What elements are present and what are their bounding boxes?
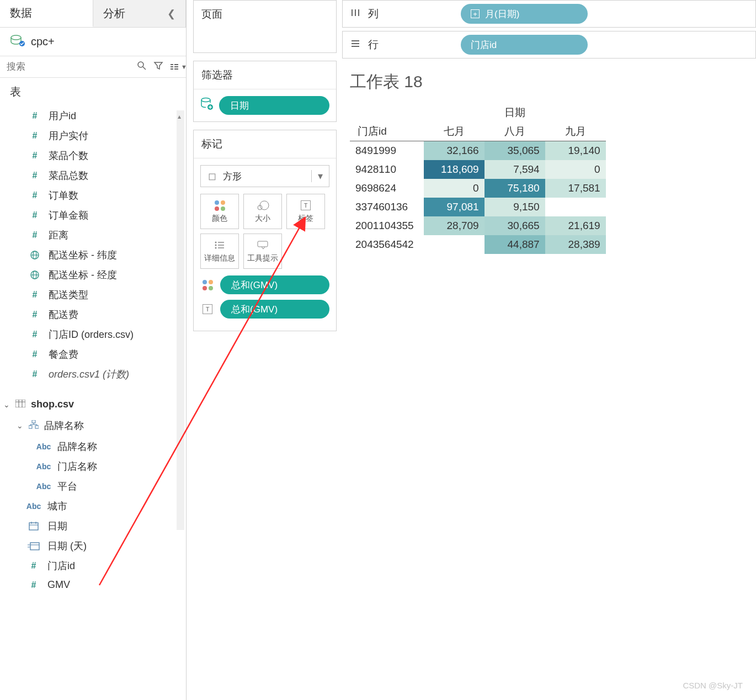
mark-pill-text[interactable]: T 总和(GMV) (200, 300, 329, 319)
datasource-filter-icon (200, 97, 214, 114)
cell (424, 235, 485, 254)
scrollbar[interactable]: ▴ (177, 110, 184, 530)
field-label: 平台 (57, 480, 77, 493)
col-header: 七月 (424, 122, 485, 141)
field-item[interactable]: Abc门店名称 (0, 457, 186, 476)
svg-point-2 (138, 62, 143, 67)
field-item[interactable]: #orders.csv1 (计数) (0, 364, 186, 384)
number-icon: # (28, 131, 42, 141)
field-item[interactable]: #配送类型 (0, 285, 186, 305)
field-label: GMV (47, 579, 70, 591)
field-item[interactable]: #GMV (0, 576, 186, 594)
svg-rect-21 (29, 426, 32, 428)
pages-shelf[interactable]: 页面 (193, 0, 337, 53)
detail-icon (214, 239, 225, 251)
watermark: CSDN @Sky-JT (683, 681, 743, 690)
mark-size-label: 大小 (255, 214, 270, 224)
field-item[interactable]: #用户实付 (0, 126, 186, 146)
filters-shelf[interactable]: 筛选器 日期 (193, 61, 337, 122)
filter-icon[interactable] (153, 61, 163, 73)
cell: 17,581 (545, 179, 606, 198)
expand-icon[interactable]: + (471, 9, 480, 18)
field-label: 餐盒费 (49, 348, 78, 361)
field-item[interactable]: 配送坐标 - 经度 (0, 265, 186, 285)
field-item[interactable]: #配送费 (0, 305, 186, 325)
number-icon: # (28, 290, 42, 300)
filter-pill-date[interactable]: 日期 (219, 96, 329, 115)
collapse-icon[interactable]: ❮ (167, 8, 175, 20)
search-icon[interactable] (137, 61, 147, 73)
mark-type-select[interactable]: ◻ 方形 ▾ (200, 165, 329, 187)
worksheet-view: 工作表 18 日期门店id七月八月九月849199932,16635,06519… (350, 66, 750, 254)
datasource-name: cpc+ (31, 35, 55, 48)
row-id: 337460136 (350, 198, 424, 216)
field-label: 城市 (47, 500, 67, 513)
marks-card: 标记 ◻ 方形 ▾ 颜色 大小 T 标签 (193, 130, 337, 331)
field-item[interactable]: Abc平台 (0, 476, 186, 496)
field-label: 菜品总数 (49, 169, 88, 182)
number-icon: # (28, 171, 42, 181)
hierarchy-brand[interactable]: ⌄ 品牌名称 (0, 415, 186, 437)
mark-pill-color-label: 总和(GMV) (220, 275, 329, 294)
field-label: orders.csv1 (计数) (49, 368, 129, 381)
hierarchy-label: 品牌名称 (44, 419, 84, 432)
field-item[interactable]: #订单金额 (0, 205, 186, 225)
field-item[interactable]: #订单数 (0, 185, 186, 205)
rows-label: 行 (368, 38, 379, 52)
field-item[interactable]: Abc品牌名称 (0, 437, 186, 457)
svg-line-3 (143, 67, 146, 70)
field-label: 订单数 (49, 189, 78, 202)
row-pill-label: 门店id (471, 39, 497, 51)
field-item[interactable]: #菜品个数 (0, 146, 186, 166)
mark-size-button[interactable]: 大小 (243, 194, 282, 229)
field-item[interactable]: 配送坐标 - 纬度 (0, 245, 186, 265)
view-mode-icon[interactable]: ▼ (170, 63, 187, 71)
field-item[interactable]: #距离 (0, 225, 186, 245)
field-item[interactable]: 日期 (0, 516, 186, 536)
field-item[interactable]: #门店id (0, 556, 186, 576)
rows-shelf[interactable]: 行 门店id (342, 31, 756, 59)
scroll-up-icon[interactable]: ▴ (178, 113, 181, 120)
number-icon: # (28, 330, 42, 340)
field-item[interactable]: #用户id (0, 106, 186, 126)
mark-detail-button[interactable]: 详细信息 (200, 234, 239, 269)
hierarchy-icon (29, 420, 39, 432)
table-icon (15, 399, 25, 410)
field-item[interactable]: #门店ID (orders.csv) (0, 325, 186, 344)
cell: 21,619 (545, 216, 606, 235)
cell: 0 (424, 179, 485, 198)
cell: 30,665 (485, 216, 545, 235)
mark-pill-color[interactable]: 总和(GMV) (200, 275, 329, 294)
row-id: 2001104355 (350, 216, 424, 235)
column-pill-label: 月(日期) (485, 8, 519, 20)
columns-shelf[interactable]: 列 + 月(日期) (342, 0, 756, 28)
size-icon (255, 199, 270, 211)
field-label: 配送费 (49, 308, 78, 321)
search-input[interactable] (0, 56, 130, 77)
field-label: 门店名称 (57, 460, 97, 473)
row-id: 8491999 (350, 141, 424, 160)
data-pane: 数据 分析 ❮ cpc+ ▼ 表 ▴ #用户id#用户实付#菜品个数#菜品总数#… (0, 0, 187, 700)
globe-icon (28, 250, 42, 260)
table-row: 9428110118,6097,5940 (350, 160, 606, 179)
field-item[interactable]: Abc城市 (0, 496, 186, 516)
cell: 0 (545, 160, 606, 179)
svg-rect-16 (15, 400, 25, 407)
mark-label-button[interactable]: T 标签 (286, 194, 325, 229)
tab-analysis[interactable]: 分析 ❮ (93, 0, 187, 27)
col-super-header: 日期 (424, 103, 606, 122)
table-shop[interactable]: ⌄ shop.csv (0, 394, 186, 415)
mark-color-button[interactable]: 颜色 (200, 194, 239, 229)
field-item[interactable]: 日期 (天) (0, 536, 186, 556)
tab-data[interactable]: 数据 (0, 0, 93, 27)
field-item[interactable]: #菜品总数 (0, 166, 186, 185)
tooltip-icon (257, 239, 269, 251)
field-label: 品牌名称 (57, 440, 97, 453)
mark-detail-label: 详细信息 (204, 253, 235, 263)
row-pill-shopid[interactable]: 门店id (461, 35, 588, 55)
dropdown-icon: ▾ (311, 170, 329, 182)
mark-tooltip-button[interactable]: 工具提示 (243, 234, 282, 269)
field-item[interactable]: #餐盒费 (0, 344, 186, 364)
column-pill-month-date[interactable]: + 月(日期) (461, 4, 588, 24)
datasource-row[interactable]: cpc+ (0, 28, 186, 56)
